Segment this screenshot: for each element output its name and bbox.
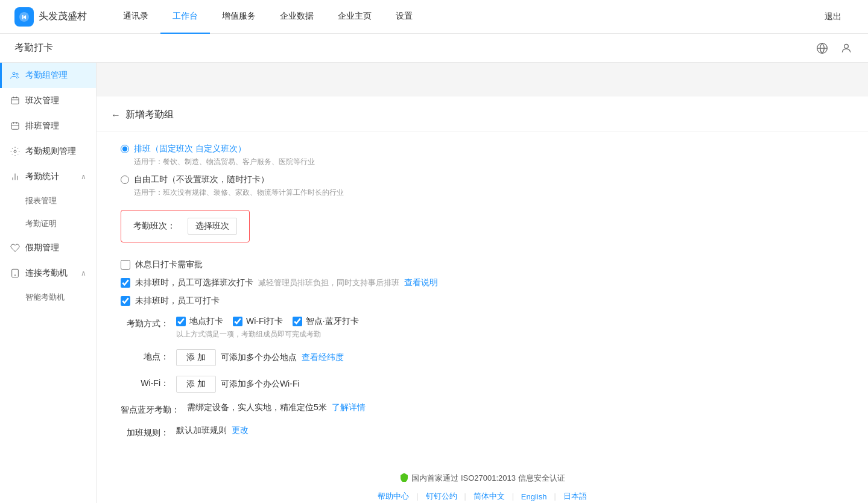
shift-label: 考勤班次：	[133, 221, 176, 232]
footer-link-english[interactable]: English	[514, 492, 554, 501]
logo-text: 头发茂盛村	[39, 10, 87, 23]
footer-links: 帮助中心 | 钉钉公约 | 简体中文 | English | 日本語	[121, 491, 844, 502]
svg-rect-5	[11, 123, 19, 130]
mode-location-checkbox[interactable]	[176, 317, 186, 326]
footer-link-help[interactable]: 帮助中心	[370, 491, 416, 502]
sidebar-item-rules[interactable]: 考勤规则管理	[0, 139, 96, 164]
holiday-approval-row: 休息日打卡需审批	[121, 259, 844, 270]
sidebar-item-attendance-group[interactable]: 考勤组管理	[0, 63, 96, 88]
content-header: ← 新增考勤组	[97, 96, 868, 131]
select-shift-button[interactable]: 选择班次	[188, 218, 237, 235]
location-label: 地点：	[121, 349, 169, 362]
sidebar-label-stats: 考勤统计	[25, 171, 76, 182]
self-select-desc: 减轻管理员排班负担，同时支持事后排班	[258, 277, 399, 288]
nav-item-enterprise-home[interactable]: 企业主页	[326, 0, 384, 34]
mode-bluetooth: 智点·蓝牙打卡	[293, 316, 359, 327]
mode-bluetooth-checkbox[interactable]	[293, 317, 302, 326]
attendance-mode-label: 考勤方式：	[121, 316, 169, 329]
sidebar-label-holiday: 假期管理	[25, 242, 86, 253]
sub-header-right	[815, 41, 854, 55]
bluetooth-label: 智点蓝牙考勤：	[121, 402, 180, 416]
holiday-icon	[10, 243, 21, 253]
attendance-group-icon	[10, 71, 21, 80]
no-shift-punch-row: 未排班时，员工可打卡	[121, 296, 844, 306]
mode-location: 地点打卡	[176, 316, 223, 327]
wifi-add-button[interactable]: 添 加	[176, 376, 216, 393]
radio-shift-label: 排班（固定班次 自定义班次）	[134, 144, 246, 154]
radio-flex-label: 自由工时（不设置班次，随时打卡）	[134, 174, 269, 185]
logo[interactable]: 头发茂盛村	[14, 7, 87, 27]
security-text: 国内首家通过 ISO27001:2013 信息安全认证	[411, 473, 565, 484]
sidebar-item-stats[interactable]: 考勤统计 ∧	[0, 164, 96, 189]
no-shift-punch-checkbox[interactable]	[121, 296, 130, 306]
location-link[interactable]: 查看经纬度	[302, 352, 344, 363]
radio-option-shift: 排班（固定班次 自定义班次） 适用于：餐饮、制造、物流贸易、客户服务、医院等行业	[121, 144, 844, 167]
svg-rect-4	[11, 98, 19, 104]
overtime-row: 加班规则： 默认加班规则 更改	[121, 425, 844, 438]
footer-link-japanese[interactable]: 日本語	[556, 491, 594, 502]
sidebar-sub-item-report[interactable]: 报表管理	[0, 189, 96, 212]
svg-point-3	[16, 73, 18, 75]
footer-link-chinese[interactable]: 简体中文	[466, 491, 512, 502]
mode-bluetooth-label: 智点·蓝牙打卡	[306, 316, 359, 327]
mode-wifi-label: Wi-Fi打卡	[246, 316, 283, 327]
wifi-content: 添 加 可添加多个办公Wi-Fi	[176, 376, 844, 393]
svg-point-8	[14, 275, 15, 276]
back-button[interactable]: ←	[111, 110, 121, 121]
wifi-hint: 可添加多个办公Wi-Fi	[221, 379, 300, 390]
svg-point-1	[844, 44, 849, 48]
nav-item-value[interactable]: 增值服务	[210, 0, 268, 34]
nav-item-enterprise-data[interactable]: 企业数据	[268, 0, 326, 34]
sidebar-sub-item-smart-device[interactable]: 智能考勤机	[0, 286, 96, 309]
nav-item-logout[interactable]: 退出	[813, 11, 854, 22]
footer: 国内首家通过 ISO27001:2013 信息安全认证 帮助中心 | 钉钉公约 …	[121, 448, 844, 503]
sidebar-label-device: 连接考勤机	[25, 268, 76, 279]
overtime-text: 默认加班规则	[176, 425, 227, 436]
shift-box: 考勤班次： 选择班次	[121, 210, 250, 242]
radio-flex[interactable]	[121, 176, 129, 184]
radio-shift[interactable]	[121, 145, 129, 153]
sidebar-sub-stats: 报表管理 考勤证明	[0, 189, 96, 235]
attendance-mode-content: 地点打卡 Wi-Fi打卡 智点·蓝牙打卡 以上方式满足一项，考勤组成	[176, 316, 844, 340]
globe-icon[interactable]	[815, 41, 829, 55]
sidebar-item-shift[interactable]: 班次管理	[0, 88, 96, 113]
sidebar-item-schedule[interactable]: 排班管理	[0, 113, 96, 139]
schedule-icon	[10, 121, 21, 131]
nav-item-settings[interactable]: 设置	[384, 0, 425, 34]
sidebar-item-holiday[interactable]: 假期管理	[0, 235, 96, 261]
sidebar-sub-item-certificate[interactable]: 考勤证明	[0, 212, 96, 235]
radio-option-flex: 自由工时（不设置班次，随时打卡） 适用于：班次没有规律、装修、家政、物流等计算工…	[121, 174, 844, 198]
bluetooth-link[interactable]: 了解详情	[332, 402, 366, 413]
page-title: 新增考勤组	[125, 109, 174, 121]
sidebar: 考勤组管理 班次管理 排班管理	[0, 63, 97, 503]
shield-icon	[399, 472, 409, 484]
location-hint: 可添加多个办公地点	[221, 352, 297, 363]
user-icon[interactable]	[839, 41, 854, 55]
self-select-link[interactable]: 查看说明	[404, 277, 438, 288]
sidebar-sub-device: 智能考勤机	[0, 286, 96, 309]
sub-header: 考勤打卡	[0, 34, 868, 63]
overtime-change-link[interactable]: 更改	[232, 425, 249, 436]
sidebar-label-attendance-group: 考勤组管理	[25, 70, 86, 81]
footer-link-convention[interactable]: 钉钉公约	[419, 491, 464, 502]
mode-hint: 以上方式满足一项，考勤组成员即可完成考勤	[176, 329, 359, 340]
sub-header-title: 考勤打卡	[14, 42, 53, 54]
sidebar-item-device[interactable]: 连接考勤机 ∧	[0, 261, 96, 286]
stats-expand-icon: ∧	[81, 172, 86, 181]
mode-wifi-checkbox[interactable]	[233, 317, 242, 326]
self-select-shift-checkbox[interactable]	[121, 278, 130, 288]
mode-checkboxes: 地点打卡 Wi-Fi打卡 智点·蓝牙打卡	[176, 316, 359, 327]
shift-icon	[10, 96, 21, 106]
nav-item-contacts[interactable]: 通讯录	[111, 0, 160, 34]
radio-flex-desc: 适用于：班次没有规律、装修、家政、物流等计算工作时长的行业	[121, 188, 844, 198]
holiday-approval-checkbox[interactable]	[121, 260, 130, 270]
mode-checkboxes-container: 地点打卡 Wi-Fi打卡 智点·蓝牙打卡 以上方式满足一项，考勤组成	[176, 316, 359, 340]
location-add-button[interactable]: 添 加	[176, 349, 216, 366]
wifi-label: Wi-Fi：	[121, 376, 169, 389]
nav-item-workbench[interactable]: 工作台	[160, 0, 210, 34]
sidebar-label-rules: 考勤规则管理	[25, 146, 86, 157]
security-badge: 国内首家通过 ISO27001:2013 信息安全认证	[121, 472, 844, 484]
overtime-content: 默认加班规则 更改	[176, 425, 844, 436]
rules-icon	[10, 147, 21, 156]
mode-location-label: 地点打卡	[189, 316, 223, 327]
